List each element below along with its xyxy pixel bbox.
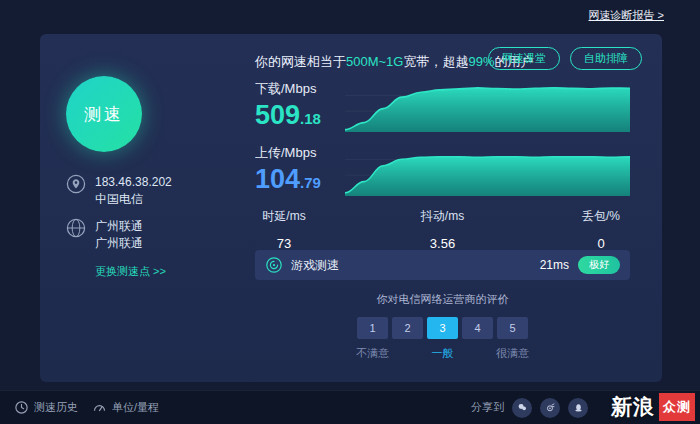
clock-icon [14, 400, 29, 415]
upload-metric: 上传/Mbps 104.79 [255, 144, 345, 197]
watermark-brand-text: 新浪 [611, 393, 655, 421]
history-label: 测速历史 [34, 400, 78, 415]
packet-loss-value: 0 [572, 236, 630, 251]
rating-label-low: 不满意 [356, 346, 389, 361]
game-rating-badge: 极好 [578, 256, 620, 274]
sina-zhongce-watermark: 新浪 众测 [611, 393, 695, 421]
rating-scale-labels: 不满意 一般 很满意 [357, 346, 528, 361]
upload-decimal: .79 [300, 174, 321, 191]
node-line2: 广州联通 [95, 235, 143, 252]
latency-label: 时延/ms [255, 208, 313, 225]
share-label: 分享到 [471, 400, 504, 415]
jitter-value: 3.56 [414, 236, 472, 251]
rating-label-mid: 一般 [432, 346, 454, 361]
packet-loss-label: 丢包/% [572, 208, 630, 225]
latency-stat: 时延/ms 73 [255, 208, 313, 251]
rating-button-3[interactable]: 3 [427, 317, 458, 339]
start-test-button[interactable]: 测速 [66, 76, 142, 152]
rating-button-4[interactable]: 4 [462, 317, 493, 339]
summary-bandwidth: 500M~1G [346, 54, 403, 69]
summary-text-2: 宽带，超越 [403, 54, 468, 69]
isp-rating-section: 你对电信网络运营商的评价 1 2 3 4 5 不满意 一般 很满意 [255, 292, 630, 361]
download-chart [345, 80, 630, 132]
share-qq-icon[interactable] [568, 398, 588, 418]
watermark-red-box: 众测 [659, 393, 695, 421]
rating-title: 你对电信网络运营商的评价 [255, 292, 630, 307]
unit-range-button[interactable]: 单位/量程 [92, 400, 159, 415]
download-label: 下载/Mbps [255, 80, 345, 98]
share-weibo-icon[interactable] [540, 398, 560, 418]
node-info: 广州联通 广州联通 [66, 218, 143, 252]
share-group: 分享到 [471, 398, 588, 418]
rating-button-2[interactable]: 2 [392, 317, 423, 339]
download-decimal: .18 [300, 110, 321, 127]
upload-chart [345, 144, 630, 196]
history-button[interactable]: 测速历史 [14, 400, 78, 415]
rating-buttons: 1 2 3 4 5 [357, 317, 528, 339]
bottom-toolbar: 测速历史 单位/量程 分享到 [0, 390, 700, 424]
summary-text-1: 你的网速相当于 [255, 54, 346, 69]
lesson-button[interactable]: 网速课堂 [488, 47, 560, 70]
action-buttons: 网速课堂 自助排障 [488, 47, 642, 70]
latency-value: 73 [255, 236, 313, 251]
globe-icon [66, 218, 86, 242]
jitter-stat: 抖动/ms 3.56 [414, 208, 472, 251]
download-metric: 下载/Mbps 509.18 [255, 80, 345, 133]
upload-label: 上传/Mbps [255, 144, 345, 162]
change-node-link[interactable]: 更换测速点 >> [95, 264, 166, 279]
rating-button-1[interactable]: 1 [357, 317, 388, 339]
ip-address: 183.46.38.202 [95, 174, 172, 191]
ip-info: 183.46.38.202 中国电信 [66, 174, 172, 208]
node-line1: 广州联通 [95, 218, 143, 235]
troubleshoot-button[interactable]: 自助排障 [570, 47, 642, 70]
game-speedtest-row[interactable]: 游戏测速 21ms 极好 [255, 250, 630, 280]
upload-value: 104 [255, 164, 300, 194]
unit-range-label: 单位/量程 [112, 400, 159, 415]
gauge-icon [92, 400, 107, 415]
main-card: 测速 183.46.38.202 中国电信 [40, 34, 662, 382]
game-speedtest-label: 游戏测速 [291, 257, 339, 274]
download-value: 509 [255, 100, 300, 130]
game-speed-icon [265, 256, 283, 274]
location-pin-icon [66, 174, 86, 198]
jitter-label: 抖动/ms [414, 208, 472, 225]
diagnosis-report-link[interactable]: 网速诊断报告 > [589, 8, 664, 23]
rating-label-high: 很满意 [496, 346, 529, 361]
isp-name: 中国电信 [95, 191, 172, 208]
start-test-label: 测速 [84, 103, 124, 126]
packet-loss-stat: 丢包/% 0 [572, 208, 630, 251]
stats-row: 时延/ms 73 抖动/ms 3.56 丢包/% 0 [255, 208, 630, 251]
rating-button-5[interactable]: 5 [497, 317, 528, 339]
game-latency-value: 21ms [540, 258, 569, 272]
share-wechat-icon[interactable] [512, 398, 532, 418]
